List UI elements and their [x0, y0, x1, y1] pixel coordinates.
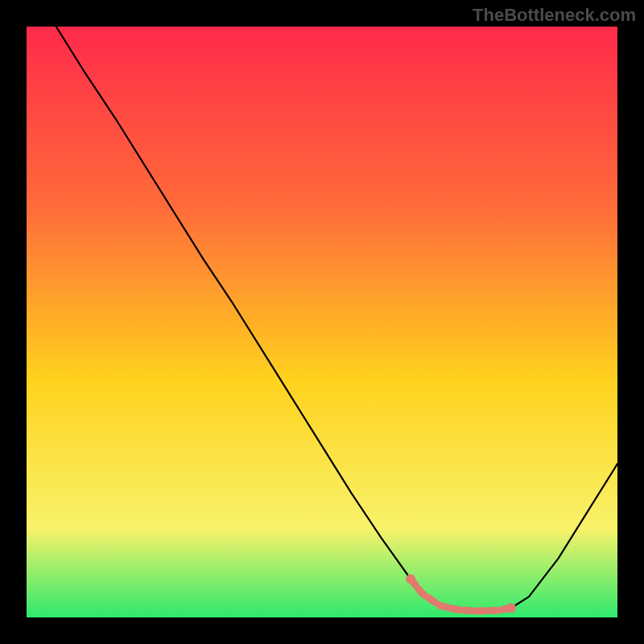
plot-area — [27, 27, 617, 617]
chart-svg — [27, 27, 617, 617]
marker-dot — [506, 603, 516, 613]
watermark-text: TheBottleneck.com — [473, 5, 636, 26]
gradient-background — [27, 27, 617, 617]
marker-dot — [406, 574, 415, 584]
chart-container: TheBottleneck.com — [0, 0, 644, 644]
